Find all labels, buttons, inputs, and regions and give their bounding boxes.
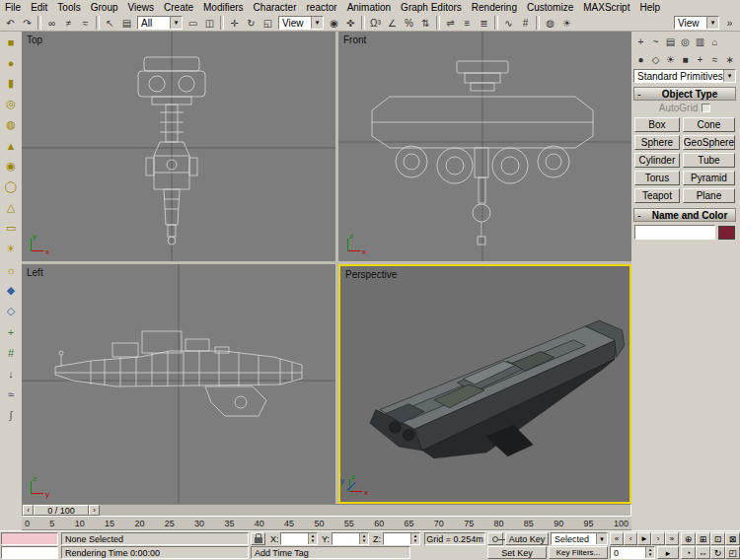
bind-to-spacewarp-icon[interactable]: ≈ — [77, 16, 94, 31]
next-frame-button[interactable]: › — [651, 532, 665, 545]
angle-snap-icon[interactable]: ∠ — [384, 16, 401, 31]
tube-tool-icon[interactable]: ◯ — [1, 177, 21, 196]
select-by-name-icon[interactable]: ▤ — [118, 16, 135, 31]
redo-icon[interactable]: ↷ — [19, 16, 36, 31]
menu-item[interactable]: Tools — [52, 1, 85, 14]
x-coord-field[interactable]: ▴▾ — [280, 532, 318, 545]
previous-frame-nub[interactable]: ‹ — [23, 505, 34, 516]
select-and-scale-icon[interactable]: ◱ — [259, 16, 276, 31]
material-editor-icon[interactable]: ◍ — [542, 16, 558, 31]
set-key-mode-button[interactable] — [487, 532, 503, 545]
auto-key-button[interactable]: Auto Key — [505, 532, 549, 545]
align-icon[interactable]: ≡ — [459, 16, 476, 31]
primitive-button[interactable]: GeoSphere — [683, 135, 735, 150]
unlink-selection-icon[interactable]: ≠ — [60, 16, 77, 31]
dummy-helper-tool-icon[interactable]: + — [1, 322, 21, 341]
bones-system-tool-icon[interactable]: ∫ — [1, 405, 21, 424]
chevron-down-icon[interactable]: ▾ — [311, 17, 323, 29]
spinner[interactable]: ▴▾ — [308, 533, 317, 544]
collapse-icon[interactable]: - — [634, 210, 644, 221]
menu-item[interactable]: Character — [249, 1, 302, 14]
primitive-button[interactable]: Plane — [683, 188, 735, 203]
helpers-category-icon[interactable]: + — [693, 52, 707, 67]
primitive-button[interactable]: Tube — [683, 153, 735, 168]
primitive-button[interactable]: Cylinder — [634, 153, 680, 168]
lights-category-icon[interactable]: ☀ — [663, 52, 678, 67]
collapse-icon[interactable]: - — [634, 89, 644, 100]
select-and-link-icon[interactable]: ∞ — [43, 16, 60, 31]
systems-category-icon[interactable]: ∗ — [722, 52, 737, 67]
geosphere-tool-icon[interactable]: ◉ — [1, 157, 21, 175]
autogrid-checkbox[interactable] — [702, 104, 710, 112]
menu-item[interactable]: MAXScript — [578, 1, 634, 14]
display-tab[interactable]: ▥ — [693, 35, 707, 49]
field-of-view-icon[interactable]: ◔ — [681, 546, 696, 559]
track-bar[interactable]: 0510152025303540455055606570758085909510… — [22, 517, 631, 530]
previous-frame-button[interactable]: ‹ — [624, 532, 637, 545]
zoom-extents-icon[interactable]: ⊡ — [710, 532, 725, 545]
chevron-down-icon[interactable]: ▾ — [170, 17, 182, 29]
target-light-tool-icon[interactable]: ☀ — [1, 240, 21, 258]
viewport-label[interactable]: Left — [27, 267, 43, 278]
add-time-tag[interactable]: Add Time Tag — [251, 546, 410, 559]
sphere-tool-icon[interactable]: ● — [1, 53, 21, 72]
menu-item[interactable]: Create — [159, 1, 198, 14]
target-camera-tool-icon[interactable]: ◆ — [1, 281, 21, 300]
min-max-toggle-icon[interactable]: ◰ — [725, 546, 740, 559]
play-button[interactable]: ► — [637, 532, 651, 545]
time-slider-track[interactable]: ‹ 0 / 100 › — [22, 504, 631, 517]
geometry-category-icon[interactable]: ● — [633, 52, 648, 67]
grid-helper-tool-icon[interactable]: # — [1, 343, 21, 362]
selection-filter-dropdown[interactable]: All ▾ — [137, 16, 183, 30]
gravity-spacewarp-tool-icon[interactable]: ↓ — [1, 364, 21, 383]
chevron-down-icon[interactable]: ▾ — [596, 533, 607, 544]
teapot-tool-icon[interactable]: ◍ — [1, 115, 21, 134]
free-light-tool-icon[interactable]: ☼ — [1, 260, 21, 279]
viewport-label[interactable]: Front — [343, 35, 366, 45]
viewport-label[interactable]: Top — [27, 35, 42, 45]
viewport-perspective-active[interactable]: Perspective x z y — [338, 264, 631, 504]
primitive-button[interactable]: Cone — [683, 117, 735, 132]
render-type-dropdown[interactable]: View ▾ — [674, 16, 719, 30]
menu-item[interactable]: Help — [634, 1, 665, 14]
snap-toggle-3d-icon[interactable]: Ω³ — [367, 16, 384, 31]
y-coord-field[interactable]: ▴▾ — [332, 532, 369, 545]
object-color-swatch[interactable] — [718, 226, 735, 240]
menu-item[interactable]: Rendering — [467, 1, 522, 14]
z-coord-field[interactable]: ▴▾ — [383, 532, 420, 545]
utilities-tab[interactable]: ⌂ — [707, 35, 722, 49]
set-key-button[interactable]: Set Key — [487, 546, 547, 559]
primitive-button[interactable]: Pyramid — [683, 171, 735, 185]
shapes-category-icon[interactable]: ◇ — [648, 52, 663, 67]
chevron-down-icon[interactable]: ▾ — [706, 17, 718, 29]
spinner[interactable]: ▴▾ — [645, 547, 654, 558]
box-tool-icon[interactable]: ■ — [1, 33, 21, 51]
plane-tool-icon[interactable]: ▭ — [1, 219, 21, 238]
menu-item[interactable]: File — [0, 1, 26, 14]
cylinder-tool-icon[interactable]: ▮ — [1, 74, 21, 93]
current-frame-field[interactable]: 0 ▴▾ — [610, 546, 655, 559]
arc-rotate-icon[interactable]: ↻ — [710, 546, 725, 559]
menu-item[interactable]: Views — [123, 1, 160, 14]
select-and-move-icon[interactable]: ✛ — [226, 16, 243, 31]
selection-lock-toggle[interactable] — [251, 532, 265, 545]
viewport-left[interactable]: Left y z — [22, 264, 335, 504]
key-mode-toggle-button[interactable]: ▸ — [657, 546, 679, 559]
name-and-color-rollout-header[interactable]: - Name and Color — [633, 208, 736, 222]
rectangular-selection-region-icon[interactable]: ▭ — [185, 16, 201, 31]
select-and-rotate-icon[interactable]: ↻ — [243, 16, 259, 31]
menu-item[interactable]: Modifiers — [198, 1, 249, 14]
menu-item[interactable]: Graph Editors — [396, 1, 467, 14]
primitive-button[interactable]: Teapot — [634, 188, 680, 203]
menu-item[interactable]: reactor — [302, 1, 342, 14]
render-scene-icon[interactable]: ☀ — [558, 16, 575, 31]
primitive-button[interactable]: Sphere — [634, 135, 680, 150]
maxscript-mini-listener[interactable] — [1, 546, 58, 559]
wind-spacewarp-tool-icon[interactable]: ≈ — [1, 385, 21, 403]
reference-coordinate-dropdown[interactable]: View ▾ — [278, 16, 324, 30]
create-tab[interactable]: + — [633, 35, 648, 49]
mirror-icon[interactable]: ⇌ — [442, 16, 459, 31]
chevron-down-icon[interactable]: ▾ — [723, 70, 735, 82]
use-pivot-point-icon[interactable]: ◉ — [326, 16, 342, 31]
menu-item[interactable]: Edit — [26, 1, 52, 14]
